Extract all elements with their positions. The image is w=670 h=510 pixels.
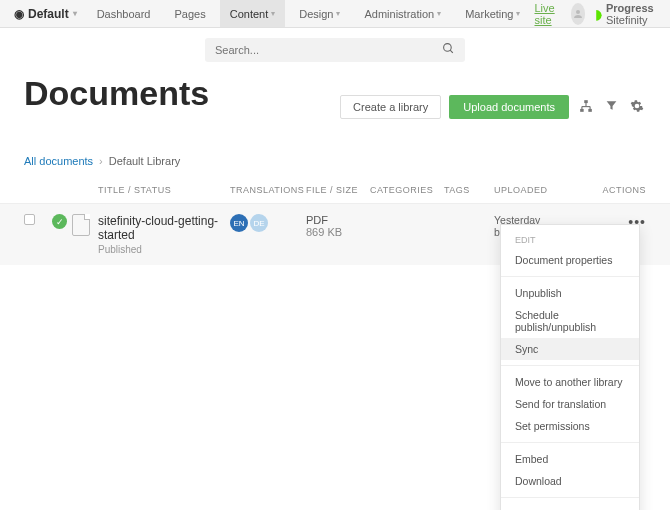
- progress-logo-icon: ◗: [595, 6, 602, 22]
- svg-point-0: [576, 10, 580, 14]
- menu-permissions[interactable]: Set permissions: [501, 415, 639, 437]
- svg-rect-4: [580, 108, 584, 111]
- document-file-icon: [72, 214, 90, 236]
- gear-icon[interactable]: [628, 97, 646, 118]
- chevron-down-icon: ▾: [73, 9, 77, 18]
- search-row: [0, 28, 670, 68]
- menu-send-translation[interactable]: Send for translation: [501, 393, 639, 415]
- nav-content[interactable]: Content▾: [220, 0, 286, 27]
- search-icon: [442, 42, 455, 58]
- nav-marketing[interactable]: Marketing▾: [455, 0, 530, 27]
- svg-rect-5: [588, 108, 592, 111]
- menu-schedule[interactable]: Schedule publish/unpublish: [501, 304, 639, 338]
- sitemap-icon[interactable]: [577, 97, 595, 118]
- published-status-icon: ✓: [52, 214, 67, 229]
- nav-administration[interactable]: Administration▾: [354, 0, 451, 27]
- top-navigation: ◉ Default ▾ Dashboard Pages Content▾ Des…: [0, 0, 670, 28]
- svg-rect-3: [584, 100, 588, 103]
- file-size: 869 KB: [306, 226, 370, 238]
- globe-icon: ◉: [14, 7, 24, 21]
- nav-pages[interactable]: Pages: [165, 0, 216, 27]
- upload-documents-button[interactable]: Upload documents: [449, 95, 569, 119]
- brand-logo: ◗ Progress Sitefinity: [595, 2, 662, 26]
- col-uploaded: UPLOADED: [494, 185, 594, 195]
- user-icon: [572, 8, 584, 20]
- row-checkbox[interactable]: [24, 214, 35, 225]
- menu-heading-edit: EDIT: [501, 231, 639, 249]
- breadcrumb-root[interactable]: All documents: [24, 155, 93, 167]
- search-box[interactable]: [205, 38, 465, 62]
- nav-design[interactable]: Design▾: [289, 0, 350, 27]
- table-header: TITLE / STATUS TRANSLATIONS FILE / SIZE …: [0, 177, 670, 204]
- chevron-down-icon: ▾: [437, 9, 441, 18]
- row-context-menu: EDIT Document properties Unpublish Sched…: [500, 224, 640, 510]
- breadcrumb-separator: ›: [99, 155, 103, 167]
- menu-move-library[interactable]: Move to another library: [501, 371, 639, 393]
- site-selector[interactable]: ◉ Default ▾: [8, 7, 83, 21]
- breadcrumb: All documents › Default Library: [0, 125, 670, 177]
- nav-dashboard[interactable]: Dashboard: [87, 0, 161, 27]
- col-title-status: TITLE / STATUS: [98, 185, 230, 195]
- file-type: PDF: [306, 214, 370, 226]
- live-site-link[interactable]: Live site: [534, 2, 560, 26]
- svg-line-2: [450, 50, 453, 53]
- chevron-down-icon: ▾: [336, 9, 340, 18]
- menu-unpublish[interactable]: Unpublish: [501, 282, 639, 304]
- menu-download[interactable]: Download: [501, 470, 639, 492]
- create-library-button[interactable]: Create a library: [340, 95, 441, 119]
- filter-icon[interactable]: [603, 97, 620, 117]
- document-status-label: Published: [98, 244, 230, 255]
- svg-point-1: [444, 44, 452, 52]
- lang-badge-de[interactable]: DE: [250, 214, 268, 232]
- col-tags: TAGS: [444, 185, 494, 195]
- col-categories: CATEGORIES: [370, 185, 444, 195]
- search-input[interactable]: [215, 44, 442, 56]
- chevron-down-icon: ▾: [516, 9, 520, 18]
- document-title[interactable]: sitefinity-cloud-getting-started: [98, 214, 230, 242]
- breadcrumb-current: Default Library: [109, 155, 181, 167]
- menu-revision-history[interactable]: Revision history: [501, 503, 639, 510]
- chevron-down-icon: ▾: [271, 9, 275, 18]
- lang-badge-en[interactable]: EN: [230, 214, 248, 232]
- menu-embed[interactable]: Embed: [501, 448, 639, 470]
- site-selector-label: Default: [28, 7, 69, 21]
- col-file-size: FILE / SIZE: [306, 185, 370, 195]
- user-avatar[interactable]: [571, 3, 585, 25]
- menu-sync[interactable]: Sync: [501, 338, 639, 360]
- col-actions: ACTIONS: [594, 185, 646, 195]
- page-toolbar: Create a library Upload documents: [340, 95, 646, 119]
- col-translations: TRANSLATIONS: [230, 185, 306, 195]
- menu-document-properties[interactable]: Document properties: [501, 249, 639, 271]
